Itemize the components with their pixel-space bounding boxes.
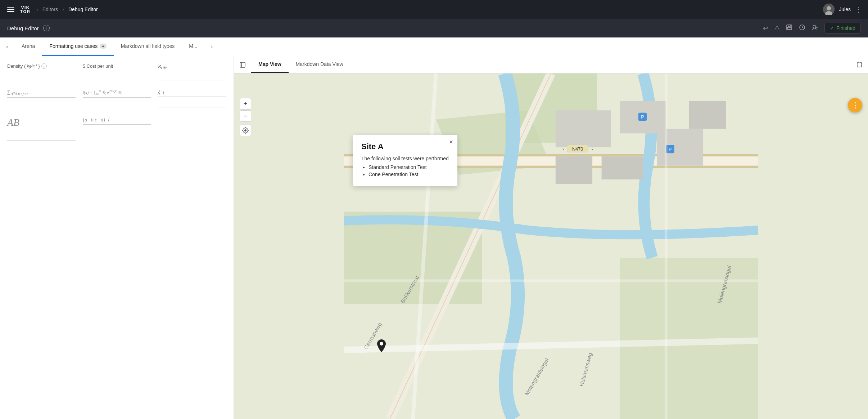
user-manage-button[interactable] (812, 24, 819, 33)
tab-formatting-label: Formatting use cases (49, 43, 98, 49)
density-input[interactable] (7, 70, 76, 79)
tab-markdown-all-label: Markdown all field types (121, 43, 175, 49)
r-hfc-input[interactable] (158, 71, 226, 80)
zoom-out-icon: − (244, 112, 248, 120)
finished-label: Finished (836, 25, 855, 31)
cost-input[interactable] (83, 70, 151, 79)
svg-point-43 (244, 129, 247, 132)
density-unit: kg/m³ (27, 63, 37, 69)
markdown-data-view-label: Markdown Data View (296, 61, 343, 67)
ab-input[interactable] (7, 132, 76, 141)
breadcrumb-debug-editor: Debug Editor (68, 6, 98, 12)
svg-rect-19 (556, 110, 611, 147)
map-svg: Molengraafsingel Huismansweg Molengrafsi… (234, 73, 868, 419)
svg-rect-24 (689, 101, 726, 129)
set-input[interactable] (83, 126, 151, 135)
xi-formula-display: ξ i (158, 88, 226, 97)
f-formula-display: f(x) = ∫-∞∞ f̂ξ e2πiξx dξ (83, 88, 151, 98)
popup-list-item: Cone Penetration Test (369, 171, 449, 177)
tab-formatting-use-cases[interactable]: Formatting use cases ● (42, 37, 114, 56)
cost-label-text: $ Cost per unit (83, 63, 113, 69)
set-formula-field: {a b c d} i (83, 115, 151, 141)
map-view-label: Map View (258, 61, 281, 67)
debug-info-button[interactable]: i (43, 25, 50, 31)
tab-next-button[interactable]: › (205, 37, 219, 56)
svg-rect-5 (787, 27, 791, 29)
svg-text:P: P (669, 147, 672, 152)
breadcrumb-editors[interactable]: Editors (42, 6, 58, 12)
tab-markdown-data-view[interactable]: Markdown Data View (289, 56, 351, 73)
left-panel: Density ( kg/m³ ) i $ Cost per unit RHfc (0, 56, 234, 419)
secondbar: Debug Editor i ↩ ⚠ ✓ (0, 19, 868, 37)
map-background: Molengraafsingel Huismansweg Molengrafsi… (234, 73, 868, 419)
f-formula-input[interactable] (83, 99, 151, 108)
cost-label: $ Cost per unit (83, 63, 151, 69)
popup-title: Site A (361, 142, 449, 151)
map-expand-right-button[interactable] (851, 56, 868, 73)
zoom-out-button[interactable]: − (240, 110, 251, 122)
xi-input[interactable] (158, 98, 226, 107)
check-icon: ✓ (830, 25, 834, 31)
r-hfc-label: RHfc (158, 63, 226, 70)
popup-list-item: Standard Penetration Test (369, 164, 449, 170)
popup-description: The following soil tests were performed (361, 156, 449, 161)
warning-button[interactable]: ⚠ (774, 24, 780, 32)
svg-text:P: P (641, 114, 644, 120)
zoom-in-icon: + (244, 100, 248, 108)
svg-point-7 (813, 25, 816, 28)
map-controls: + − (240, 98, 251, 136)
avatar (823, 4, 835, 15)
density-info-icon[interactable]: i (41, 63, 47, 69)
topbar-right: Jules ⋮ (823, 4, 862, 15)
user-avatar-icon (823, 4, 835, 15)
cost-per-unit-field: $ Cost per unit (83, 63, 151, 80)
svg-rect-4 (788, 25, 790, 27)
map-fab-button[interactable]: ⋮ (848, 98, 862, 112)
finished-button[interactable]: ✓ Finished (824, 23, 861, 34)
location-button[interactable] (240, 125, 251, 136)
breadcrumb-sep-2: › (62, 6, 64, 12)
svg-rect-8 (240, 62, 245, 67)
form-grid: Density ( kg/m³ ) i $ Cost per unit RHfc (7, 63, 226, 141)
svg-rect-21 (556, 156, 592, 184)
r-hfc-formula: RHfc (158, 63, 167, 70)
r-hfc-field: RHfc (158, 63, 226, 80)
tab-prev-button[interactable]: ‹ (0, 37, 14, 56)
ab-field: AB (7, 115, 76, 141)
xi-formula-field: ξ i (158, 88, 226, 108)
sum-input[interactable] (7, 99, 76, 108)
set-info-icon[interactable]: i (108, 117, 109, 122)
location-icon (242, 127, 249, 134)
map-popup: × Site A The following soil tests were p… (353, 135, 457, 186)
tab-arena-label: Arena (22, 43, 35, 49)
svg-point-1 (827, 6, 831, 10)
tab-m-more[interactable]: M... (182, 37, 204, 56)
density-field: Density ( kg/m³ ) i (7, 63, 76, 80)
save-button[interactable] (786, 24, 793, 33)
right-panel: Map View Markdown Data View (234, 56, 868, 419)
popup-close-button[interactable]: × (449, 138, 453, 146)
menu-button[interactable] (6, 5, 16, 13)
popup-list: Standard Penetration Test Cone Penetrati… (361, 164, 449, 177)
fab-icon: ⋮ (851, 101, 859, 110)
svg-text:›: › (592, 146, 593, 152)
app-logo: VIK TOR (20, 5, 31, 14)
topbar-more-button[interactable]: ⋮ (855, 5, 862, 14)
history-button[interactable] (799, 24, 806, 33)
tab-map-view[interactable]: Map View (251, 56, 289, 73)
zoom-in-button[interactable]: + (240, 98, 251, 110)
svg-text:›: › (562, 146, 564, 152)
svg-rect-22 (602, 156, 643, 179)
logo-bottom: TOR (20, 10, 31, 14)
map-marker[interactable] (376, 339, 387, 356)
set-formula-display: {a b c d} i (83, 115, 151, 125)
tab-arena[interactable]: Arena (14, 37, 42, 56)
svg-point-48 (380, 342, 383, 346)
xi-info-icon[interactable]: i (163, 89, 164, 95)
map-tabbar: Map View Markdown Data View (234, 56, 868, 73)
undo-button[interactable]: ↩ (763, 24, 768, 32)
main-area: Density ( kg/m³ ) i $ Cost per unit RHfc (0, 56, 868, 419)
secondbar-actions: ↩ ⚠ ✓ Finished (763, 23, 861, 34)
tab-markdown-all[interactable]: Markdown all field types (114, 37, 182, 56)
map-expand-left-button[interactable] (234, 56, 251, 73)
